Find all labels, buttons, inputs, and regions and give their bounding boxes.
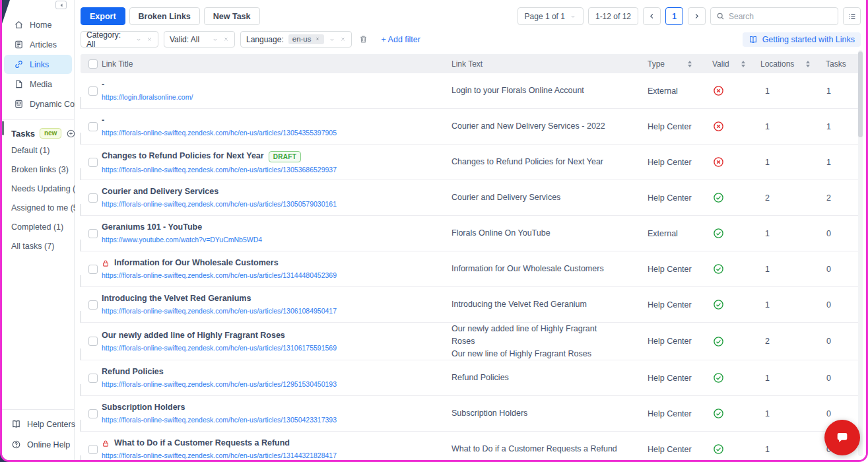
current-page-button[interactable]: 1 xyxy=(665,7,683,25)
sidebar-collapse-button[interactable] xyxy=(55,1,67,9)
link-url[interactable]: https://www.youtube.com/watch?v=DYuCmNb5… xyxy=(102,236,445,244)
link-type: Help Center xyxy=(633,193,702,203)
locations-count: 1 xyxy=(752,86,818,96)
book-icon xyxy=(749,35,758,44)
task-filter-item[interactable]: Broken links (3) xyxy=(2,160,74,179)
row-checkbox[interactable] xyxy=(88,193,98,203)
sidebar-footer-help-centers[interactable]: Help Centers xyxy=(2,414,74,434)
row-checkbox[interactable] xyxy=(88,229,98,238)
sidebar-item-links[interactable]: Links xyxy=(4,55,72,74)
task-filter-item[interactable]: Assigned to me (5) xyxy=(2,198,74,217)
link-type: Help Center xyxy=(633,409,702,418)
row-checkbox[interactable] xyxy=(88,337,98,346)
link-url[interactable]: https://florals-online-swifteq.zendesk.c… xyxy=(102,166,445,174)
export-button[interactable]: Export xyxy=(81,7,125,25)
table-row[interactable]: Changes to Refund Policies for Next Year… xyxy=(81,145,861,180)
remove-filter-icon[interactable] xyxy=(147,36,152,42)
row-checkbox[interactable] xyxy=(88,445,98,454)
add-filter-button[interactable]: + Add filter xyxy=(382,35,420,44)
row-checkbox[interactable] xyxy=(88,158,98,167)
table-row[interactable]: Information for Our Wholesale Customersh… xyxy=(81,251,861,287)
media-icon xyxy=(14,79,24,89)
link-url[interactable]: https://florals-online-swifteq.zendesk.c… xyxy=(102,307,445,315)
lock-icon xyxy=(102,259,110,267)
tasks-count: 0 xyxy=(818,337,861,346)
row-checkbox[interactable] xyxy=(88,374,98,383)
sort-icon[interactable] xyxy=(741,61,745,67)
link-title-cell: -https://login.floralsonline.com/ xyxy=(102,75,451,107)
table-row[interactable]: What to Do if a Customer Requests a Refu… xyxy=(81,432,861,462)
link-url[interactable]: https://florals-online-swifteq.zendesk.c… xyxy=(102,451,445,459)
table-row[interactable]: Refund Policieshttps://florals-online-sw… xyxy=(81,360,861,396)
table-row[interactable]: -https://florals-online-swifteq.zendesk.… xyxy=(81,109,861,145)
task-filter-item[interactable]: Completed (1) xyxy=(2,217,74,236)
link-url[interactable]: https://florals-online-swifteq.zendesk.c… xyxy=(102,200,445,208)
row-checkbox[interactable] xyxy=(88,86,98,96)
link-title-line: Introducing the Velvet Red Geraniums xyxy=(102,294,445,304)
column-header-locations[interactable]: Locations xyxy=(752,59,818,69)
sidebar-nav: HomeArticlesLinksMediaDynamic Content xyxy=(2,15,74,114)
task-filter-item[interactable]: Needs Updating (3) xyxy=(2,179,74,198)
table-row[interactable]: Our newly added line of Highly Fragrant … xyxy=(81,323,861,360)
getting-started-link[interactable]: Getting started with Links xyxy=(743,32,861,47)
tasks-count: 1 xyxy=(818,158,861,167)
table-row[interactable]: Geraniums 101 - YouTubehttps://www.youtu… xyxy=(81,216,861,251)
remove-filter-icon[interactable] xyxy=(340,36,346,42)
row-checkbox[interactable] xyxy=(88,409,98,418)
remove-chip-icon[interactable] xyxy=(315,36,320,42)
new-task-button[interactable]: New Task xyxy=(204,7,260,25)
prev-page-button[interactable] xyxy=(643,7,661,25)
column-header-type[interactable]: Type xyxy=(633,59,702,69)
language-filter[interactable]: Language: en-us xyxy=(240,31,352,48)
task-filter-item[interactable]: Default (1) xyxy=(2,141,74,160)
sidebar-footer-online-help[interactable]: Online Help xyxy=(2,434,74,455)
table-row[interactable]: -https://login.floralsonline.com/Login t… xyxy=(81,73,861,109)
tasks-count: 0 xyxy=(818,409,861,418)
sidebar-scrollbar[interactable] xyxy=(2,121,4,135)
search-input[interactable] xyxy=(729,12,832,21)
link-url[interactable]: https://florals-online-swifteq.zendesk.c… xyxy=(102,344,445,352)
link-url[interactable]: https://florals-online-swifteq.zendesk.c… xyxy=(102,129,445,137)
row-checkbox[interactable] xyxy=(88,265,98,274)
valid-status-cell xyxy=(702,121,752,132)
sidebar-item-articles[interactable]: Articles xyxy=(4,35,72,54)
list-view-button[interactable] xyxy=(843,7,861,25)
valid-icon xyxy=(713,228,724,239)
sidebar-item-media[interactable]: Media xyxy=(4,75,72,94)
question-circle-icon xyxy=(11,440,21,449)
next-page-button[interactable] xyxy=(688,7,706,25)
remove-filter-icon[interactable] xyxy=(223,36,229,42)
row-checkbox[interactable] xyxy=(88,300,98,310)
page-selector-dropdown[interactable]: Page 1 of 1 xyxy=(517,7,584,25)
table-row[interactable]: Subscription Holdershttps://florals-onli… xyxy=(81,396,861,432)
link-url[interactable]: https://florals-online-swifteq.zendesk.c… xyxy=(102,380,445,388)
row-checkbox[interactable] xyxy=(88,122,98,131)
link-url[interactable]: https://florals-online-swifteq.zendesk.c… xyxy=(102,271,445,279)
sort-icon[interactable] xyxy=(688,61,692,67)
select-all-checkbox[interactable] xyxy=(88,59,98,69)
broken-links-button[interactable]: Broken Links xyxy=(129,7,200,25)
sidebar-item-dynamic-content[interactable]: Dynamic Content xyxy=(4,94,72,114)
sort-icon[interactable] xyxy=(806,61,810,67)
table-scrollbar-thumb[interactable] xyxy=(858,51,863,137)
valid-status-cell xyxy=(702,156,752,168)
link-url[interactable]: https://login.floralsonline.com/ xyxy=(102,93,445,101)
table-row[interactable]: Courier and Delivery Serviceshttps://flo… xyxy=(81,180,861,216)
category-filter[interactable]: Category: All xyxy=(81,31,158,48)
valid-filter[interactable]: Valid: All xyxy=(164,31,235,48)
footer-item-label: Help Centers xyxy=(27,420,75,429)
invalid-icon xyxy=(713,121,724,132)
valid-icon xyxy=(713,444,724,455)
sidebar-item-home[interactable]: Home xyxy=(4,15,72,34)
table-scrollbar-track[interactable] xyxy=(858,50,863,456)
clear-filters-trash-icon[interactable] xyxy=(358,34,368,44)
link-title-line: Courier and Delivery Services xyxy=(102,187,445,197)
task-filter-item[interactable]: All tasks (7) xyxy=(2,236,74,255)
column-header-link-text: Link Text xyxy=(451,59,633,69)
link-url[interactable]: https://florals-online-swifteq.zendesk.c… xyxy=(102,416,445,424)
link-title-cell: Subscription Holdershttps://florals-onli… xyxy=(102,397,451,430)
column-header-valid[interactable]: Valid xyxy=(702,59,752,69)
link-title-cell: Geraniums 101 - YouTubehttps://www.youtu… xyxy=(102,217,451,249)
table-row[interactable]: Introducing the Velvet Red Geraniumshttp… xyxy=(81,287,861,323)
chat-widget-button[interactable] xyxy=(824,420,860,455)
